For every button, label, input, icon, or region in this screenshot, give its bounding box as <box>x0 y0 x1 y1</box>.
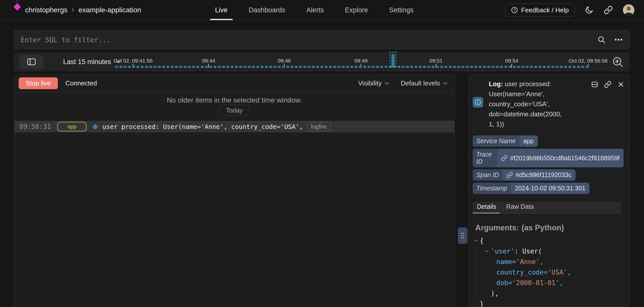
default-levels-dropdown[interactable]: Default levels <box>399 79 450 87</box>
breadcrumb-project[interactable]: example-application <box>78 6 141 14</box>
code-token: country_code= <box>496 269 548 276</box>
field-label: Service Name <box>473 135 519 147</box>
detail-title-prefix: Log: <box>489 80 503 88</box>
code-token: 'Anne' <box>516 258 540 266</box>
default-levels-label: Default levels <box>401 79 440 87</box>
field-timestamp: Timestamp2024-10-02 09:50:31.301 <box>473 183 589 194</box>
log-row[interactable]: 09:50:31 app user processed: User(name='… <box>14 121 454 132</box>
timeline-zoom-button[interactable] <box>610 56 626 69</box>
theme-toggle-button[interactable] <box>585 6 594 15</box>
search-icon[interactable] <box>597 35 606 44</box>
field-value[interactable]: #d5c996f11192033c <box>502 169 576 181</box>
feedback-help-label: Feedback / Help <box>521 6 569 14</box>
live-list-panel: Stop live Connected Visibility Default l… <box>14 74 455 307</box>
link-icon <box>501 155 508 161</box>
empty-window-message: No older items in the selected time wind… <box>14 96 455 104</box>
app-root: christophergs example-application LiveDa… <box>0 0 644 307</box>
field-trace-id: Trace ID#f2019b98b550cd8a61546c2f9188959… <box>473 149 624 167</box>
feedback-help-button[interactable]: ? Feedback / Help <box>505 4 575 17</box>
field-label: Trace ID <box>473 149 497 167</box>
panel-resize-handle[interactable] <box>458 227 467 244</box>
visibility-label: Visibility <box>358 79 381 87</box>
field-value[interactable]: #f2019b98b550cd8a61546c2f9188959f <box>497 149 624 167</box>
svg-text:?: ? <box>513 8 515 12</box>
today-button[interactable]: Today <box>219 105 250 116</box>
log-timestamp: 09:50:31 <box>19 123 51 130</box>
time-bar: Last 15 minutes Oct 02, 09:41:5609:4409:… <box>14 52 630 71</box>
sql-filter-placeholder: Enter SQL to filter... <box>21 36 597 44</box>
logo-diamond-icon <box>14 3 21 11</box>
arguments-subtitle: (as Python) <box>521 223 564 232</box>
close-panel-button[interactable] <box>617 81 625 88</box>
log-message: user processed: User(name='Anne', countr… <box>102 123 303 130</box>
avatar[interactable] <box>623 4 634 16</box>
timeline-selection[interactable] <box>390 52 396 67</box>
field-value: 2024-10-02 09:50:31.301 <box>511 183 589 194</box>
nav-tab-settings[interactable]: Settings <box>384 0 419 20</box>
breadcrumb-org[interactable]: christophergs <box>25 6 67 14</box>
nav-tab-live[interactable]: Live <box>210 0 233 20</box>
detail-actions <box>591 81 625 88</box>
nav-tab-alerts[interactable]: Alerts <box>301 0 329 20</box>
split-view-button[interactable] <box>591 81 598 88</box>
visibility-dropdown[interactable]: Visibility <box>356 79 391 87</box>
sql-filter-input[interactable]: Enter SQL to filter... <box>14 30 630 49</box>
copy-link-button[interactable] <box>604 81 612 88</box>
question-icon: ? <box>511 6 518 14</box>
code-token: dob= <box>496 279 512 287</box>
collapse-chevron-icon[interactable] <box>473 238 478 243</box>
nav-tabs: LiveDashboardsAlertsExploreSettings <box>210 0 419 20</box>
field-label: Timestamp <box>473 183 511 194</box>
scope-badge[interactable]: logfire <box>307 122 331 131</box>
service-badge[interactable]: app <box>57 122 87 131</box>
code-token: { <box>480 237 484 244</box>
more-options-icon[interactable] <box>614 35 623 44</box>
code-line: ), <box>473 288 628 299</box>
code-token: ), <box>491 290 499 297</box>
tab-details[interactable]: Details <box>477 203 496 213</box>
code-token: name= <box>496 258 516 266</box>
detail-tabs: DetailsRaw Data <box>473 202 621 214</box>
link-icon <box>604 81 612 88</box>
arguments-title: Arguments: <box>475 223 519 232</box>
code-token: 'USA' <box>548 269 567 276</box>
nav-tab-dashboards[interactable]: Dashboards <box>244 0 291 20</box>
connection-status: Connected <box>65 79 97 87</box>
arguments-heading: Arguments:(as Python) <box>473 223 564 232</box>
logfire-logo[interactable] <box>14 0 20 15</box>
sql-filter-icons <box>597 35 623 44</box>
nav-tab-explore[interactable]: Explore <box>340 0 373 20</box>
code-token: '2000-01-01' <box>512 279 559 287</box>
code-token: , <box>567 269 571 276</box>
share-link-button[interactable] <box>604 6 613 15</box>
breadcrumb: christophergs example-application <box>25 0 141 20</box>
code-line: name='Anne', <box>473 257 628 267</box>
code-token: User( <box>522 247 542 255</box>
code-line: country_code='USA', <box>473 267 628 278</box>
code-token: : <box>514 247 522 255</box>
detail-panel: Log: user processed: User(name='Anne', c… <box>468 74 629 307</box>
live-list-header: Stop live Connected Visibility Default l… <box>14 75 455 92</box>
chevron-down-icon <box>442 80 449 87</box>
code-line: 'user': User( <box>473 246 628 257</box>
code-token: 'user' <box>491 247 514 255</box>
stop-live-button[interactable]: Stop live <box>19 77 58 89</box>
zoom-in-icon <box>612 56 624 68</box>
moon-icon <box>585 6 594 15</box>
navbar-right: ? Feedback / Help <box>505 0 634 20</box>
link-icon <box>506 172 513 178</box>
tab-raw-data[interactable]: Raw Data <box>506 203 534 213</box>
collapse-chevron-icon[interactable] <box>484 249 489 254</box>
detail-title: Log: user processed: User(name='Anne', c… <box>489 79 564 129</box>
code-line: } <box>473 299 628 307</box>
code-block: {'user': User(name='Anne',country_code='… <box>473 235 628 307</box>
code-token: , <box>559 279 563 287</box>
drag-dots-icon <box>460 232 465 240</box>
field-service-name: Service Nameapp <box>473 135 538 147</box>
timeline-baseline <box>115 66 588 68</box>
navbar: christophergs example-application LiveDa… <box>0 0 644 20</box>
field-label: Span ID <box>473 169 502 181</box>
link-icon <box>604 6 613 15</box>
field-value: app <box>519 135 538 147</box>
breadcrumb-chevron-icon <box>70 7 76 13</box>
